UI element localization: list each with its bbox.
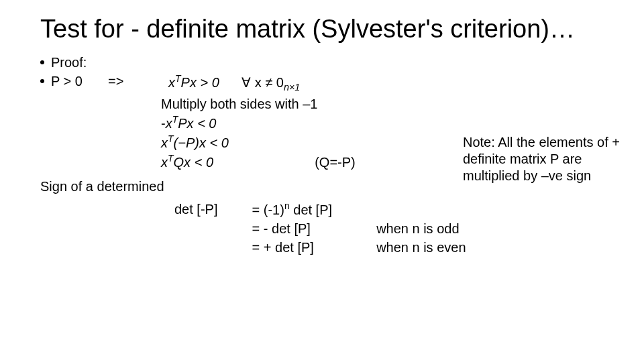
q-substitution: (Q=-P): [315, 155, 356, 170]
slide: Test for - definite matrix (Sylvester's …: [0, 0, 644, 362]
side-note: Note: All the elements of + definite mat…: [463, 134, 624, 184]
quad-form-line2: -xTPx < 0: [161, 113, 604, 132]
x-var: x: [161, 155, 168, 170]
implies-symbol: =>: [108, 72, 168, 90]
det-cond-odd: when n is odd: [376, 220, 459, 237]
x-var: x: [166, 116, 172, 131]
det-eq-1: = (-1)n det [P]: [252, 200, 373, 219]
det-lhs: det [-P]: [174, 200, 248, 218]
transpose-sup: T: [175, 73, 181, 84]
bullet-dot: [40, 79, 44, 83]
det-row-3: = + det [P] when n is even: [174, 239, 604, 256]
multiply-note: Multiply both sides with –1: [161, 95, 604, 113]
det-eq-1a: = (-1): [252, 202, 284, 217]
det-cond-even: when n is even: [376, 239, 466, 256]
quad-form-line1: xTPx > 0 ∀ x ≠ 0n×1: [168, 72, 300, 94]
forall-x: ∀ x ≠ 0: [241, 75, 284, 90]
px-lt0: Px < 0: [178, 116, 216, 131]
transpose-sup: T: [168, 153, 174, 164]
bullet-p-positive: P > 0 => xTPx > 0 ∀ x ≠ 0n×1: [40, 72, 604, 94]
det-row-1: det [-P] = (-1)n det [P]: [174, 200, 604, 219]
proof-label: Proof:: [51, 54, 87, 71]
q-expr: Qx < 0: [174, 155, 213, 170]
slide-title: Test for - definite matrix (Sylvester's …: [40, 15, 604, 44]
det-eq-1b: det [P]: [290, 202, 332, 217]
negp-expr: (−P)x < 0: [174, 135, 229, 150]
neg-sign: -: [161, 116, 166, 131]
px-expr: Px > 0: [181, 75, 219, 90]
x-var: x: [168, 75, 175, 90]
det-row-2: = - det [P] when n is odd: [174, 220, 604, 237]
bullet-proof: Proof:: [40, 54, 604, 71]
determinant-block: det [-P] = (-1)n det [P] = - det [P] whe…: [40, 200, 604, 257]
transpose-sup: T: [172, 114, 178, 125]
bullet-dot: [40, 60, 44, 64]
det-eq-2: = - det [P]: [252, 220, 373, 237]
x-var: x: [161, 135, 168, 150]
dim-sub: n×1: [284, 82, 300, 93]
p-gt-zero: P > 0: [51, 72, 108, 90]
det-n-sup: n: [284, 200, 290, 211]
det-eq-3: = + det [P]: [252, 239, 373, 256]
transpose-sup: T: [168, 133, 174, 144]
